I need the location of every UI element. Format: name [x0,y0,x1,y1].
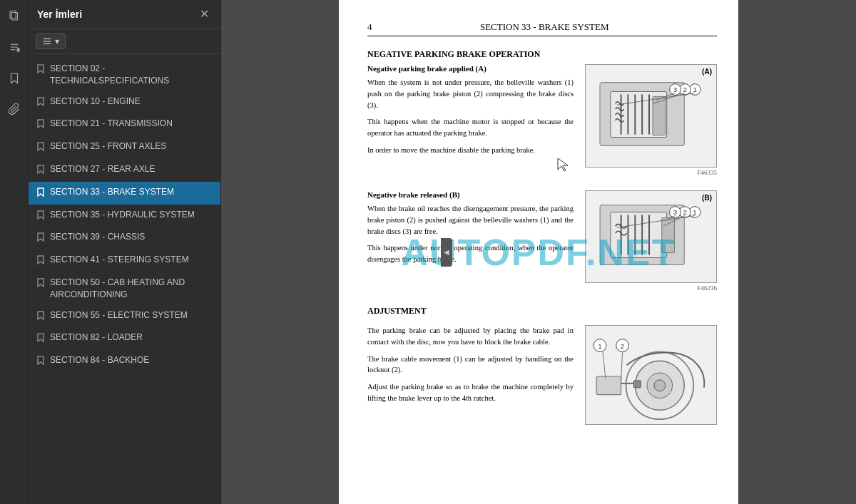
sidebar-item-label-section-55: SECTION 55 - ELECTRIC SYSTEM [50,309,212,322]
sidebar-item-section-41[interactable]: SECTION 41 - STEERING SYSTEM [29,250,220,272]
pdf-page: 4 SECTION 33 - BRAKE SYSTEM NEGATIVE PAR… [339,0,738,504]
left-toolbar [0,0,29,504]
bookmark-icon-section-21 [37,119,44,132]
svg-text:2: 2 [621,342,624,350]
sidebar-item-label-section-10: SECTION 10 - ENGINE [50,96,212,108]
sidebar-item-label-section-41: SECTION 41 - STEERING SYSTEM [50,254,212,266]
bookmark-icon-section-10 [37,97,44,110]
svg-rect-43 [611,212,667,258]
svg-marker-17 [38,233,44,241]
sub-heading-b: Negative brake released (B) [367,190,574,199]
adjustment-text-column: The parking brake can be adjusted by pla… [367,325,574,425]
pdf-section-header: SECTION 33 - BRAKE SYSTEM [372,21,718,33]
sidebar-panel: Yer İmleri ✕ ▾ SECTION 02 - TECHNICALSPE… [29,0,221,504]
svg-marker-19 [38,279,44,287]
sidebar-collapse-button[interactable]: ◀ [441,238,452,267]
diagram-adjustment: 1 2 [585,325,717,425]
svg-marker-22 [38,356,44,364]
para-adj1: The parking brake can be adjusted by pla… [367,325,574,348]
svg-point-63 [654,380,666,391]
attachment-toolbar-icon[interactable] [4,100,24,120]
bookmark-list-toolbar-icon[interactable] [4,37,24,57]
adjustment-section: ADJUSTMENT The parking brake can be adju… [367,306,717,425]
sidebar-item-label-section-84: SECTION 84 - BACKHOE [50,354,212,366]
sidebar-item-section-35[interactable]: SECTION 35 - HYDRAULIC SYSTEM [29,205,220,227]
sidebar-toolbar: ▾ [29,29,220,54]
svg-marker-21 [38,334,44,341]
svg-rect-66 [633,381,641,388]
bookmark-icon-section-82 [37,333,44,346]
text-column-a: Negative parking brake applied (A) When … [367,64,574,176]
svg-marker-12 [38,120,44,128]
content-block-a: Negative parking brake applied (A) When … [367,64,717,176]
para-adj2: The brake cable movement (1) can be adju… [367,354,574,376]
para-adj3: Adjust the parking brake so as to brake … [367,381,574,404]
sidebar-item-label-section-33: SECTION 33 - BRAKE SYSTEM [50,186,212,198]
bookmark-menu-button[interactable]: ▾ [36,34,66,49]
para-b2: This happens under normal operating cond… [367,242,574,265]
svg-marker-16 [38,211,44,219]
image-column-a: 1 2 3 (A) F46335 [585,64,717,176]
svg-marker-6 [11,73,17,83]
fig-caption-a: F46335 [585,169,717,176]
svg-text:3: 3 [673,86,678,93]
adjustment-image-column: 1 2 [585,325,717,425]
bookmark-icon-section-84 [37,356,44,369]
para-b1: When the brake oil reaches the disengage… [367,203,574,237]
svg-marker-13 [38,143,44,150]
svg-rect-0 [10,11,16,19]
svg-text:2: 2 [683,86,687,93]
svg-marker-20 [38,312,44,319]
sidebar-item-section-84[interactable]: SECTION 84 - BACKHOE [29,350,220,373]
content-block-b: Negative brake released (B) When the bra… [367,190,717,292]
svg-rect-64 [596,376,621,395]
sidebar-item-section-02[interactable]: SECTION 02 - TECHNICALSPECIFICATIONS [29,58,220,91]
sidebar-header: Yer İmleri ✕ [29,0,220,29]
bookmark-icon-section-35 [37,210,44,223]
bookmark-icon-section-39 [37,232,44,245]
bookmark-icon-section-55 [37,311,44,324]
diagram-a-label: (A) [702,68,712,76]
svg-marker-15 [38,188,44,196]
pages-toolbar-icon[interactable] [4,6,24,26]
bookmark-toolbar-icon[interactable] [4,68,24,88]
sidebar-item-section-82[interactable]: SECTION 82 - LOADER [29,327,220,350]
sidebar-title: Yer İmleri [37,9,82,20]
sidebar-item-label-section-25: SECTION 25 - FRONT AXLES [50,140,212,153]
sidebar-item-section-50[interactable]: SECTION 50 - CAB HEATING AND AIRCONDITIO… [29,272,220,305]
sidebar-item-section-55[interactable]: SECTION 55 - ELECTRIC SYSTEM [29,305,220,328]
svg-rect-49 [662,217,675,252]
image-column-b: 1 2 3 (B) F46236 [585,190,717,292]
svg-marker-18 [38,256,44,264]
svg-text:1: 1 [598,342,601,350]
bookmark-icon-section-25 [37,142,44,155]
svg-marker-10 [38,65,44,73]
fig-caption-b: F46236 [585,284,717,292]
para-a2: This happens when the machine motor is s… [367,116,574,139]
sidebar-item-label-section-39: SECTION 39 - CHASSIS [50,231,212,243]
svg-marker-11 [38,98,44,106]
bookmark-icon-section-27 [37,165,44,178]
sidebar-item-label-section-02: SECTION 02 - TECHNICALSPECIFICATIONS [50,63,212,87]
sidebar-item-label-section-50: SECTION 50 - CAB HEATING AND AIRCONDITIO… [50,277,212,301]
svg-rect-1 [11,13,17,21]
sidebar-item-section-27[interactable]: SECTION 27 - REAR AXLE [29,159,220,182]
svg-marker-5 [16,48,19,53]
sub-heading-a: Negative parking brake applied (A) [367,64,574,73]
sidebar-item-label-section-27: SECTION 27 - REAR AXLE [50,163,212,175]
bookmark-icon-section-50 [37,278,44,291]
diagram-a: 1 2 3 (A) [585,64,717,168]
diagram-b: 1 2 3 (B) [585,190,717,283]
sidebar-close-button[interactable]: ✕ [197,7,212,21]
bookmark-icon-section-41 [37,255,44,268]
svg-marker-14 [38,165,44,173]
adjustment-heading: ADJUSTMENT [367,306,717,317]
sidebar-item-section-21[interactable]: SECTION 21 - TRANSMISSION [29,113,220,136]
pdf-main-heading: NEGATIVE PARKING BRAKE OPERATION [367,49,717,60]
svg-text:2: 2 [683,208,687,216]
svg-rect-31 [653,96,666,135]
sidebar-item-section-10[interactable]: SECTION 10 - ENGINE [29,91,220,114]
sidebar-item-section-39[interactable]: SECTION 39 - CHASSIS [29,227,220,250]
sidebar-item-section-25[interactable]: SECTION 25 - FRONT AXLES [29,136,220,159]
sidebar-item-section-33[interactable]: SECTION 33 - BRAKE SYSTEM [29,182,220,205]
